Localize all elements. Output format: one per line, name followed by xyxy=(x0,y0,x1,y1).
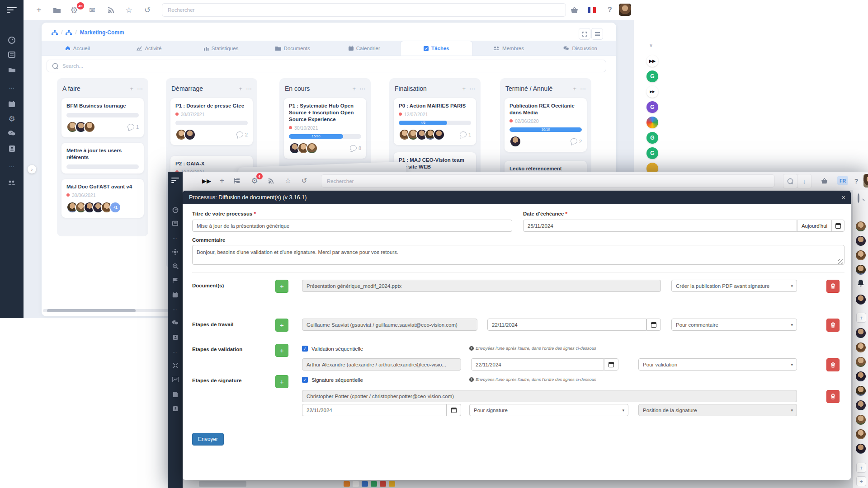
menu-icon[interactable] xyxy=(7,6,17,14)
favorites-star-icon[interactable]: ☆ xyxy=(123,0,134,20)
process-title-input[interactable]: Mise à jour de la présentation générique xyxy=(192,220,512,232)
add-validation-step-button[interactable]: + xyxy=(275,344,288,357)
favorites-star-icon[interactable]: ☆ xyxy=(283,172,293,190)
add-button[interactable]: + xyxy=(856,476,866,486)
avatar[interactable] xyxy=(856,328,866,338)
signature-user-input[interactable]: Christopher Potter (cpotter / christophe… xyxy=(302,390,797,402)
app-shortcut-g-purple-icon[interactable]: G xyxy=(646,101,658,113)
comment-textarea[interactable]: Bonjour, besoins d'une validation et d'u… xyxy=(192,245,844,265)
groups-icon[interactable] xyxy=(0,180,24,186)
avatar[interactable] xyxy=(856,386,866,396)
work-user-input[interactable]: Guillaume Sauviat (gsauviat / guillaume.… xyxy=(302,319,477,331)
breadcrumb-site[interactable]: Marketing-Comm xyxy=(80,29,124,36)
list-mode-button[interactable] xyxy=(591,28,603,40)
chat-icon[interactable] xyxy=(168,320,183,325)
signature-sequential-checkbox[interactable]: ✓ xyxy=(302,377,308,383)
add-icon[interactable]: + xyxy=(217,172,227,190)
validation-sequential-checkbox[interactable]: ✓ xyxy=(302,346,308,352)
validation-user-input[interactable]: Arthur Alexandre (aalexandre / arthur.al… xyxy=(302,358,461,371)
due-date-input[interactable]: 25/11/2024 xyxy=(523,220,797,232)
avatar[interactable] xyxy=(856,265,866,275)
add-button[interactable]: + xyxy=(856,463,866,473)
task-card[interactable]: Publication REX Occitanie dans Média 02/… xyxy=(505,98,587,152)
breadcrumb[interactable]: / / Marketing-Comm xyxy=(52,28,124,37)
tab-calendrier[interactable]: Calendrier xyxy=(329,41,401,56)
calendar-icon[interactable] xyxy=(0,100,24,108)
document-option-select[interactable]: Créer la publication PDF avant signature… xyxy=(671,280,797,292)
task-card[interactable]: BFM Business tournage 1 xyxy=(61,98,144,137)
basket-icon[interactable] xyxy=(819,172,829,190)
add-card-button[interactable]: + xyxy=(130,85,133,92)
dashboard-icon[interactable] xyxy=(0,36,24,44)
column-menu-button[interactable]: ⋯ xyxy=(359,85,365,92)
file-icon[interactable] xyxy=(168,391,183,398)
zoom-in-icon[interactable] xyxy=(168,263,183,269)
add-document-button[interactable]: + xyxy=(275,280,288,293)
more-avatars-badge[interactable]: +1 xyxy=(109,202,121,213)
dashboard-icon[interactable] xyxy=(168,207,183,213)
app-shortcut-multicolor-icon[interactable] xyxy=(646,117,658,128)
share-network-icon[interactable] xyxy=(168,249,183,255)
today-button[interactable]: Aujourd'hui xyxy=(797,220,832,232)
validation-option-select[interactable]: Pour validation▾ xyxy=(638,358,797,371)
work-option-select[interactable]: Pour commentaire▾ xyxy=(671,319,797,331)
bell-icon[interactable] xyxy=(857,279,864,287)
avatar[interactable] xyxy=(856,343,866,352)
contact-card-icon[interactable] xyxy=(168,406,183,412)
document-file-input[interactable]: Présentation générique_modif_2024.pptx xyxy=(302,280,661,292)
global-search-input[interactable]: Rechercher xyxy=(162,3,566,17)
task-card[interactable]: P0 : Action MAIRIES PARIS 12/07/2021 4/6… xyxy=(394,98,476,145)
avatar[interactable] xyxy=(856,250,866,260)
flag-icon[interactable] xyxy=(168,277,183,284)
basket-icon[interactable] xyxy=(569,0,580,20)
history-icon[interactable]: ↺ xyxy=(299,172,309,190)
more-dots-icon[interactable]: ⋯ xyxy=(168,236,183,241)
add-card-button[interactable]: + xyxy=(462,85,466,92)
column-menu-button[interactable]: ⋯ xyxy=(580,85,586,92)
folder-icon[interactable] xyxy=(52,0,62,20)
add-card-button[interactable]: + xyxy=(573,85,576,92)
app-shortcut-g-icon[interactable]: G xyxy=(646,70,658,82)
list-view-icon[interactable] xyxy=(0,51,24,58)
task-card[interactable]: P1 : Systematic Hub Open Source + Inscri… xyxy=(284,98,366,159)
signature-option-select[interactable]: Pour signature▾ xyxy=(469,404,628,416)
help-icon[interactable]: ? xyxy=(604,0,615,20)
user-avatar[interactable] xyxy=(619,4,631,16)
search-button[interactable] xyxy=(783,174,797,188)
tab-documents[interactable]: Documents xyxy=(257,41,329,56)
list-view-icon[interactable] xyxy=(168,221,183,226)
folders-icon[interactable] xyxy=(0,66,24,73)
avatar[interactable] xyxy=(856,415,866,425)
avatar[interactable] xyxy=(856,400,866,410)
collapse-strip-icon[interactable]: ∨ xyxy=(649,42,653,48)
delete-work-step-button[interactable] xyxy=(826,319,840,332)
close-icon[interactable]: × xyxy=(841,191,845,204)
avatar[interactable] xyxy=(856,429,866,439)
contacts-icon[interactable] xyxy=(0,145,24,152)
board-search-input[interactable]: Search... xyxy=(47,60,606,72)
trend-chart-icon[interactable] xyxy=(168,377,183,382)
add-contact-button[interactable]: + xyxy=(856,313,866,323)
add-work-step-button[interactable]: + xyxy=(275,319,288,332)
delete-validation-step-button[interactable] xyxy=(826,358,840,371)
contacts-icon[interactable] xyxy=(168,334,183,340)
app-shortcut-forward-icon[interactable]: ▶▶ xyxy=(646,55,658,67)
signature-position-select[interactable]: Position de la signature▾ xyxy=(638,404,797,416)
rss-icon[interactable] xyxy=(105,0,116,20)
language-flag-fr-icon[interactable] xyxy=(586,0,597,20)
rss-icon[interactable] xyxy=(266,172,276,190)
app-shortcut-gofast-icon[interactable]: ▶▶ xyxy=(646,86,658,98)
tab-membres[interactable]: Membres xyxy=(473,41,545,56)
validation-date-input[interactable]: 22/11/2024 xyxy=(471,358,604,371)
avatar[interactable] xyxy=(856,295,866,305)
add-icon[interactable]: + xyxy=(33,0,44,20)
avatar[interactable] xyxy=(856,221,866,231)
settings-gears-icon[interactable]: ⚙ xyxy=(0,114,24,124)
fast-forward-icon[interactable]: ▶▶ xyxy=(201,172,212,190)
delete-document-button[interactable] xyxy=(826,280,840,293)
task-card[interactable]: MàJ Doc GoFAST avant v4 30/06/2021 +1 xyxy=(61,179,144,218)
app-shortcut-g-icon[interactable]: G xyxy=(646,147,658,159)
work-date-input[interactable]: 22/11/2024 xyxy=(487,319,646,331)
scrollbar-thumb[interactable] xyxy=(47,309,136,312)
tab-activite[interactable]: Activité xyxy=(113,41,185,56)
